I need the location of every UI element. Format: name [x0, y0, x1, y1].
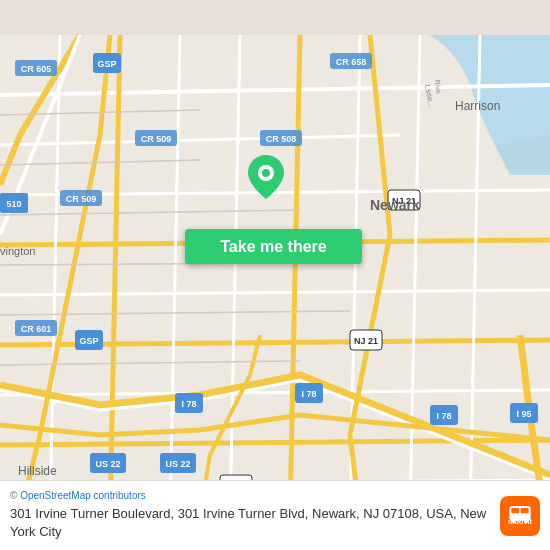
svg-text:CR 508: CR 508 — [266, 134, 297, 144]
take-me-there-button[interactable]: Take me there — [185, 229, 362, 264]
svg-point-75 — [525, 519, 529, 523]
svg-text:I 78: I 78 — [436, 411, 451, 421]
svg-text:NJ 21: NJ 21 — [354, 336, 378, 346]
svg-text:CR 605: CR 605 — [21, 64, 52, 74]
moovit-logo: moovit — [500, 496, 540, 536]
svg-text:Rive: Rive — [434, 79, 442, 94]
svg-text:CR 509: CR 509 — [141, 134, 172, 144]
svg-point-74 — [511, 519, 515, 523]
moovit-icon: moovit — [500, 496, 540, 536]
svg-text:Hillside: Hillside — [18, 464, 57, 478]
svg-text:I 95: I 95 — [516, 409, 531, 419]
svg-text:US 22: US 22 — [95, 459, 120, 469]
bottom-left: © OpenStreetMap contributors 301 Irvine … — [10, 490, 490, 541]
osm-credit: © OpenStreetMap contributors — [10, 490, 490, 501]
svg-rect-72 — [511, 508, 519, 513]
osm-link[interactable]: OpenStreetMap contributors — [20, 490, 146, 501]
svg-text:Harrison: Harrison — [455, 99, 500, 113]
svg-text:CR 601: CR 601 — [21, 324, 52, 334]
svg-text:Newark: Newark — [370, 197, 420, 213]
svg-text:GSP: GSP — [97, 59, 116, 69]
svg-text:510: 510 — [6, 199, 21, 209]
svg-text:I 78: I 78 — [301, 389, 316, 399]
map-container: CR 605 CR 509 CR 509 CR 508 CR 658 NJ 21… — [0, 0, 550, 550]
svg-rect-73 — [521, 508, 529, 513]
bottom-bar: © OpenStreetMap contributors 301 Irvine … — [0, 480, 550, 550]
address-text: 301 Irvine Turner Boulevard, 301 Irvine … — [10, 505, 490, 541]
map-background: CR 605 CR 509 CR 509 CR 508 CR 658 NJ 21… — [0, 0, 550, 550]
svg-text:vington: vington — [0, 245, 35, 257]
svg-text:CR 509: CR 509 — [66, 194, 97, 204]
svg-text:I 78: I 78 — [181, 399, 196, 409]
osm-icon: © — [10, 490, 17, 501]
svg-point-68 — [262, 169, 270, 177]
svg-text:CR 658: CR 658 — [336, 57, 367, 67]
svg-text:GSP: GSP — [79, 336, 98, 346]
svg-text:US 22: US 22 — [165, 459, 190, 469]
map-pin — [248, 155, 284, 199]
